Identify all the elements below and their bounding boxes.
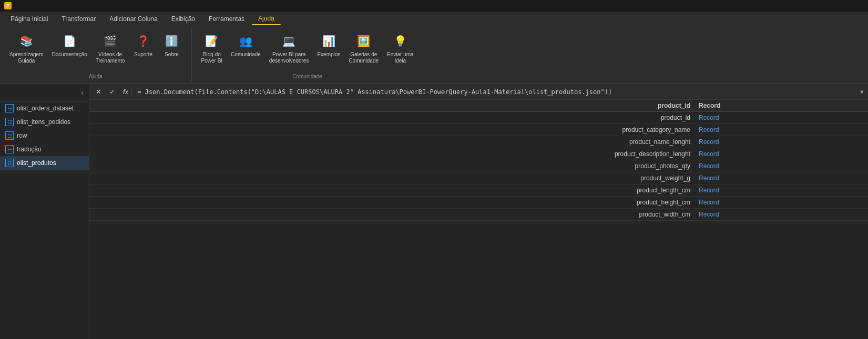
field-value-cell: Record bbox=[695, 160, 868, 172]
menu-item-pagina-inicial[interactable]: Página Inicial bbox=[4, 13, 54, 25]
field-name-cell: product_photos_qty bbox=[89, 160, 695, 172]
ribbon-item-documentacao[interactable]: 📄Documentação bbox=[48, 30, 90, 60]
videos-treinamento-label: Vídeos de Treinamento bbox=[96, 52, 125, 64]
sidebar: ‹ ☷olist_orders_dataset☷olist_itens_pedi… bbox=[0, 84, 89, 339]
menu-item-adicionar-coluna[interactable]: Adicionar Coluna bbox=[103, 13, 164, 25]
sobre-label: Sobre bbox=[165, 52, 179, 58]
query-list: ☷olist_orders_dataset☷olist_itens_pedido… bbox=[0, 101, 89, 170]
field-name-cell: product_description_lenght bbox=[89, 148, 695, 160]
ribbon-item-comunidade[interactable]: 👥Comunidade bbox=[228, 30, 264, 60]
main-area: ‹ ☷olist_orders_dataset☷olist_itens_pedi… bbox=[0, 84, 868, 339]
ribbon-item-powerbi-devs[interactable]: 💻Power BI para desenvolvedores bbox=[266, 30, 312, 66]
content-area: ✕ ✓ fx ▼ product_id Record product_idRec… bbox=[89, 84, 868, 339]
table-row[interactable]: product_photos_qtyRecord bbox=[89, 160, 868, 172]
aprendizagem-guiada-label: Aprendizagem Guiada bbox=[9, 52, 43, 64]
enviar-ideia-label: Enviar uma Ideia bbox=[387, 52, 414, 64]
table-header-row: product_id Record bbox=[89, 100, 868, 112]
fx-label: fx bbox=[120, 88, 132, 96]
field-value-cell: Record bbox=[695, 209, 868, 221]
ribbon-item-sobre[interactable]: ℹ️Sobre bbox=[159, 30, 185, 60]
field-value-cell: Record bbox=[695, 112, 868, 124]
formula-expand-button[interactable]: ▼ bbox=[859, 89, 865, 95]
aprendizagem-guiada-icon: 📚 bbox=[18, 33, 35, 49]
query-icon-traducao: ☷ bbox=[5, 145, 14, 153]
data-table: product_id Record product_idRecordproduc… bbox=[89, 100, 868, 339]
query-item-row[interactable]: ☷row bbox=[0, 129, 89, 142]
ribbon-group-comunidade-group: 📝Blog do Power BI👥Comunidade💻Power BI pa… bbox=[192, 28, 423, 81]
field-name-cell: product_weight_g bbox=[89, 172, 695, 184]
ribbon-item-galerias[interactable]: 🖼️Galerias de Comunidade bbox=[345, 30, 382, 66]
table-body: product_idRecordproduct_category_nameRec… bbox=[89, 112, 868, 221]
col-header-value: Record bbox=[695, 100, 868, 112]
menu-item-ferramentas[interactable]: Ferramentas bbox=[202, 13, 251, 25]
menu-item-transformar[interactable]: Transformar bbox=[55, 13, 102, 25]
col-header-field: product_id bbox=[89, 100, 695, 112]
field-name-cell: product_name_lenght bbox=[89, 136, 695, 148]
field-value-cell: Record bbox=[695, 148, 868, 160]
cancel-formula-button[interactable]: ✕ bbox=[93, 86, 104, 98]
query-item-olist-itens[interactable]: ☷olist_itens_pedidos bbox=[0, 115, 89, 129]
exemplos-label: Exemplos bbox=[317, 52, 340, 58]
documentacao-label: Documentação bbox=[52, 52, 87, 58]
field-value-cell: Record bbox=[695, 172, 868, 184]
galerias-icon: 🖼️ bbox=[355, 33, 372, 49]
field-value-cell: Record bbox=[695, 184, 868, 197]
table-row[interactable]: product_name_lenghtRecord bbox=[89, 136, 868, 148]
table-row[interactable]: product_width_cmRecord bbox=[89, 209, 868, 221]
sidebar-header: ‹ bbox=[0, 84, 89, 101]
powerbi-devs-label: Power BI para desenvolvedores bbox=[269, 52, 309, 64]
sobre-icon: ℹ️ bbox=[164, 33, 180, 49]
query-icon-olist-produtos: ☷ bbox=[5, 159, 14, 167]
query-label-olist-produtos: olist_produtos bbox=[17, 159, 56, 167]
table-row[interactable]: product_category_nameRecord bbox=[89, 124, 868, 136]
ribbon-item-videos-treinamento[interactable]: 🎬Vídeos de Treinamento bbox=[93, 30, 128, 66]
menu-item-ajuda[interactable]: Ajuda bbox=[252, 13, 281, 25]
ribbon-item-aprendizagem-guiada[interactable]: 📚Aprendizagem Guiada bbox=[6, 30, 46, 66]
query-item-olist-orders[interactable]: ☷olist_orders_dataset bbox=[0, 101, 89, 115]
formula-input[interactable] bbox=[134, 88, 857, 96]
field-value-cell: Record bbox=[695, 136, 868, 148]
comunidade-icon: 👥 bbox=[237, 33, 254, 49]
field-name-cell: product_height_cm bbox=[89, 197, 695, 209]
ribbon-item-exemplos[interactable]: 📊Exemplos bbox=[314, 30, 343, 60]
ribbon-item-suporte[interactable]: ❓Suporte bbox=[130, 30, 157, 60]
sidebar-collapse-button[interactable]: ‹ bbox=[81, 88, 84, 97]
query-label-row: row bbox=[17, 132, 27, 139]
ribbon-items-row-ajuda-group: 📚Aprendizagem Guiada📄Documentação🎬Vídeos… bbox=[6, 30, 185, 73]
comunidade-label: Comunidade bbox=[231, 52, 261, 58]
ribbon: 📚Aprendizagem Guiada📄Documentação🎬Vídeos… bbox=[0, 26, 868, 84]
table-row[interactable]: product_description_lenghtRecord bbox=[89, 148, 868, 160]
table-row[interactable]: product_weight_gRecord bbox=[89, 172, 868, 184]
enviar-ideia-icon: 💡 bbox=[392, 33, 409, 49]
videos-treinamento-icon: 🎬 bbox=[102, 33, 119, 49]
menu-bar: Página InicialTransformarAdicionar Colun… bbox=[0, 12, 868, 26]
menu-item-exibicao[interactable]: Exibição bbox=[165, 13, 201, 25]
powerbi-devs-icon: 💻 bbox=[281, 33, 298, 49]
title-bar: P bbox=[0, 0, 868, 12]
field-value-cell: Record bbox=[695, 197, 868, 209]
ribbon-group-label-comunidade-group: Comunidade bbox=[292, 74, 322, 79]
suporte-icon: ❓ bbox=[135, 33, 152, 49]
exemplos-icon: 📊 bbox=[320, 33, 337, 49]
query-icon-row: ☷ bbox=[5, 131, 14, 140]
table-row[interactable]: product_length_cmRecord bbox=[89, 184, 868, 197]
ribbon-item-blog-powerbi[interactable]: 📝Blog do Power BI bbox=[198, 30, 226, 66]
table-row[interactable]: product_idRecord bbox=[89, 112, 868, 124]
app-icon: P bbox=[4, 2, 12, 9]
ribbon-item-enviar-ideia[interactable]: 💡Enviar uma Ideia bbox=[384, 30, 417, 66]
field-value-cell: Record bbox=[695, 124, 868, 136]
query-icon-olist-orders: ☷ bbox=[5, 104, 14, 112]
formula-bar: ✕ ✓ fx ▼ bbox=[89, 84, 868, 100]
galerias-label: Galerias de Comunidade bbox=[349, 52, 379, 64]
ribbon-group-ajuda-group: 📚Aprendizagem Guiada📄Documentação🎬Vídeos… bbox=[0, 28, 192, 81]
documentacao-icon: 📄 bbox=[61, 33, 78, 49]
query-item-traducao[interactable]: ☷tradução bbox=[0, 142, 89, 156]
confirm-formula-button[interactable]: ✓ bbox=[106, 86, 118, 98]
query-label-olist-orders: olist_orders_dataset bbox=[17, 105, 74, 112]
query-item-olist-produtos[interactable]: ☷olist_produtos bbox=[0, 156, 89, 170]
field-name-cell: product_id bbox=[89, 112, 695, 124]
suporte-label: Suporte bbox=[134, 52, 152, 58]
field-name-cell: product_length_cm bbox=[89, 184, 695, 197]
table-row[interactable]: product_height_cmRecord bbox=[89, 197, 868, 209]
ribbon-items-row-comunidade-group: 📝Blog do Power BI👥Comunidade💻Power BI pa… bbox=[198, 30, 417, 73]
